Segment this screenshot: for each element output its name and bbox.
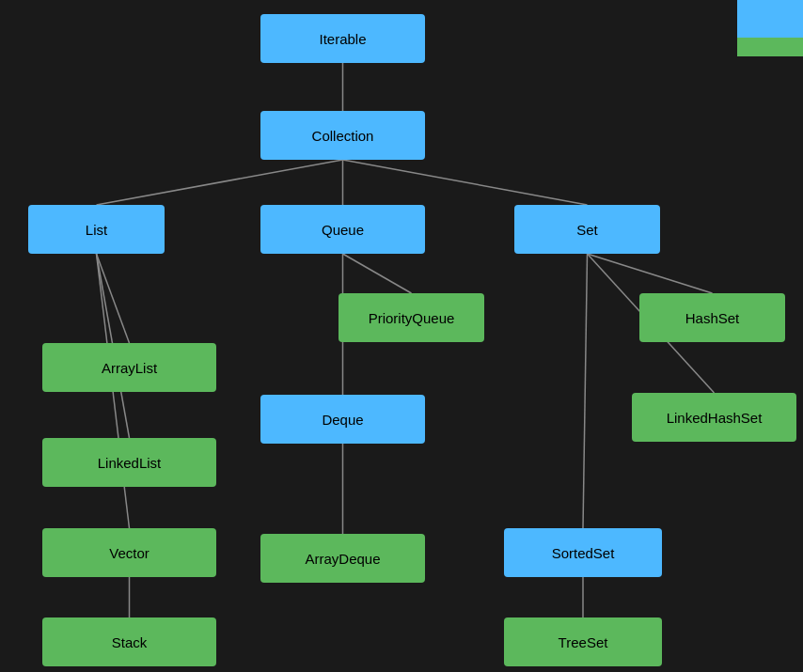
svg-line-8	[583, 254, 588, 528]
node-deque[interactable]: Deque	[260, 395, 425, 444]
node-treeset[interactable]: TreeSet	[504, 617, 662, 666]
node-sortedset[interactable]: SortedSet	[504, 528, 662, 577]
svg-line-3	[343, 160, 588, 205]
partial-node-top-right	[737, 0, 803, 56]
node-priorityqueue[interactable]: PriorityQueue	[339, 293, 484, 342]
node-arraylist[interactable]: ArrayList	[42, 343, 216, 392]
svg-line-6	[588, 254, 713, 293]
node-set[interactable]: Set	[514, 205, 660, 254]
node-stack[interactable]: Stack	[42, 617, 216, 666]
node-list[interactable]: List	[28, 205, 165, 254]
svg-line-9	[97, 254, 130, 343]
node-hashset[interactable]: HashSet	[639, 293, 785, 342]
node-iterable[interactable]: Iterable	[260, 14, 425, 63]
node-linkedlist[interactable]: LinkedList	[42, 438, 216, 487]
node-queue[interactable]: Queue	[260, 205, 425, 254]
svg-line-1	[97, 160, 343, 205]
node-collection[interactable]: Collection	[260, 111, 425, 160]
node-arraydeque[interactable]: ArrayDeque	[260, 534, 425, 583]
node-vector[interactable]: Vector	[42, 528, 216, 577]
node-linkedhashset[interactable]: LinkedHashSet	[632, 393, 796, 442]
svg-line-4	[343, 254, 412, 293]
